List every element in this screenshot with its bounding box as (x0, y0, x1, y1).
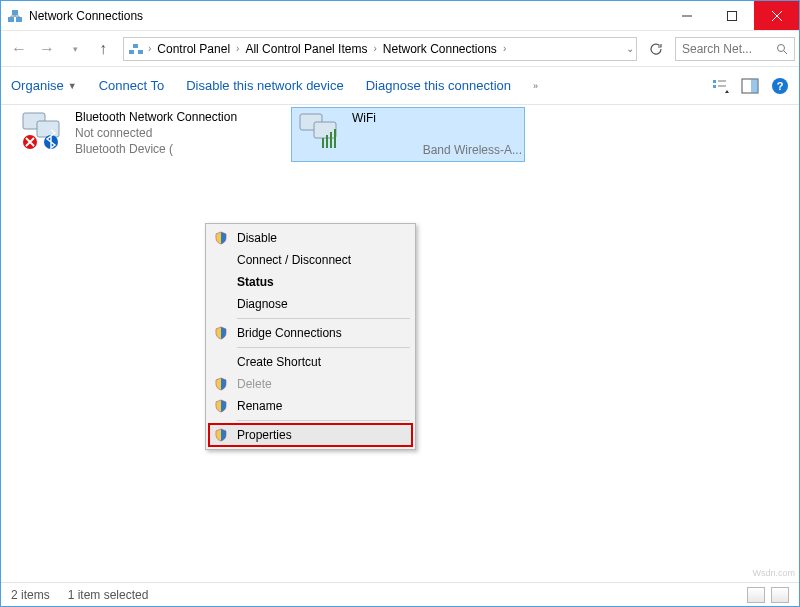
svg-rect-25 (314, 122, 336, 138)
breadcrumb-all-items[interactable]: All Control Panel Items (241, 42, 371, 56)
context-menu: Disable Connect / Disconnect Status Diag… (205, 223, 416, 450)
svg-text:?: ? (777, 80, 784, 92)
app-icon (7, 8, 23, 24)
menu-connect-disconnect[interactable]: Connect / Disconnect (209, 249, 412, 271)
menu-separator (237, 347, 410, 348)
svg-rect-29 (334, 129, 336, 148)
chevron-icon: › (503, 43, 506, 54)
back-button[interactable]: ← (5, 35, 33, 63)
svg-rect-21 (37, 121, 59, 137)
details-view-button[interactable] (747, 587, 765, 603)
shield-icon (213, 230, 229, 246)
chevron-icon: › (148, 43, 151, 54)
svg-rect-4 (727, 11, 736, 20)
menu-separator (237, 318, 410, 319)
search-icon (776, 43, 788, 55)
help-icon[interactable]: ? (771, 77, 789, 95)
search-placeholder: Search Net... (682, 42, 752, 56)
bluetooth-connection-icon (19, 109, 67, 151)
item-count: 2 items (11, 588, 50, 602)
connect-to-button[interactable]: Connect To (99, 78, 165, 93)
connection-bluetooth[interactable]: Bluetooth Network Connection Not connect… (19, 109, 237, 158)
refresh-button[interactable] (643, 37, 669, 61)
svg-rect-26 (322, 138, 324, 148)
svg-rect-1 (16, 17, 22, 22)
connection-status (352, 126, 522, 142)
menu-status[interactable]: Status (209, 271, 412, 293)
close-button[interactable] (754, 1, 799, 30)
maximize-button[interactable] (709, 1, 754, 30)
disable-device-button[interactable]: Disable this network device (186, 78, 344, 93)
status-bar: 2 items 1 item selected (1, 582, 799, 606)
minimize-button[interactable] (664, 1, 709, 30)
breadcrumbs[interactable]: › Control Panel › All Control Panel Item… (123, 37, 637, 61)
titlebar: Network Connections (1, 1, 799, 31)
search-input[interactable]: Search Net... (675, 37, 795, 61)
breadcrumb-control-panel[interactable]: Control Panel (153, 42, 234, 56)
svg-rect-7 (129, 50, 134, 54)
svg-rect-9 (133, 44, 138, 48)
connection-wifi[interactable]: WiFi Band Wireless-A... (291, 107, 525, 162)
connection-name: Bluetooth Network Connection (75, 109, 237, 125)
connection-device: Band Wireless-A... (352, 142, 522, 158)
svg-line-11 (784, 51, 787, 54)
svg-rect-13 (713, 85, 716, 88)
toolbar: Organise▼ Connect To Disable this networ… (1, 67, 799, 105)
breadcrumb-network-connections[interactable]: Network Connections (379, 42, 501, 56)
svg-rect-17 (751, 79, 758, 93)
recent-dropdown[interactable]: ▾ (61, 35, 89, 63)
watermark: Wsdn.com (752, 568, 795, 578)
menu-create-shortcut[interactable]: Create Shortcut (209, 351, 412, 373)
shield-icon (213, 376, 229, 392)
history-dropdown[interactable]: ⌄ (626, 43, 634, 54)
navbar: ← → ▾ ↑ › Control Panel › All Control Pa… (1, 31, 799, 67)
content-area: Bluetooth Network Connection Not connect… (1, 105, 799, 580)
window-title: Network Connections (29, 9, 664, 23)
svg-point-10 (778, 44, 785, 51)
svg-rect-8 (138, 50, 143, 54)
view-options-icon[interactable] (711, 77, 729, 95)
svg-rect-27 (326, 135, 328, 148)
wifi-connection-icon (296, 110, 344, 152)
forward-button[interactable]: → (33, 35, 61, 63)
selection-count: 1 item selected (68, 588, 149, 602)
menu-properties[interactable]: Properties (209, 424, 412, 446)
svg-rect-2 (12, 10, 18, 15)
connection-device: Bluetooth Device ( (75, 141, 237, 157)
svg-rect-28 (330, 132, 332, 148)
chevron-icon: › (373, 43, 376, 54)
connection-status: Not connected (75, 125, 237, 141)
menu-delete: Delete (209, 373, 412, 395)
connection-name: WiFi (352, 110, 522, 126)
menu-diagnose[interactable]: Diagnose (209, 293, 412, 315)
diagnose-button[interactable]: Diagnose this connection (366, 78, 511, 93)
menu-bridge[interactable]: Bridge Connections (209, 322, 412, 344)
chevron-icon: › (236, 43, 239, 54)
up-button[interactable]: ↑ (89, 35, 117, 63)
location-icon (128, 41, 144, 57)
menu-separator (237, 420, 410, 421)
organise-menu[interactable]: Organise▼ (11, 78, 77, 93)
svg-rect-12 (713, 80, 716, 83)
shield-icon (213, 325, 229, 341)
large-icons-view-button[interactable] (771, 587, 789, 603)
shield-icon (213, 427, 229, 443)
shield-icon (213, 398, 229, 414)
preview-pane-icon[interactable] (741, 77, 759, 95)
menu-rename[interactable]: Rename (209, 395, 412, 417)
svg-rect-0 (8, 17, 14, 22)
overflow-menu[interactable]: » (533, 81, 538, 91)
menu-disable[interactable]: Disable (209, 227, 412, 249)
